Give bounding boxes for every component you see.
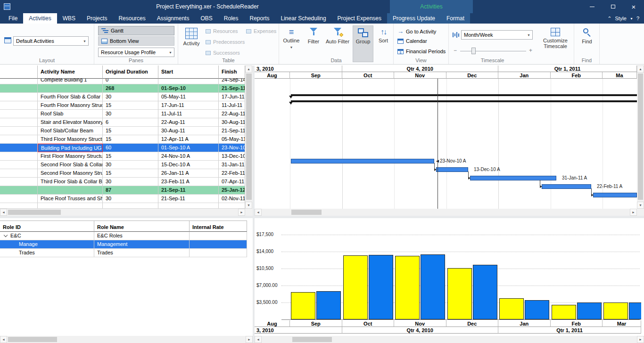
tab-reports[interactable]: Reports <box>244 13 275 24</box>
activity-row[interactable]: 26801-Sep-1021-Sep-11 <box>0 84 253 93</box>
activity-row[interactable]: Second Floor Slab & Collar Beam3015-Dec-… <box>0 161 253 169</box>
resources-table-button[interactable]: Resources <box>206 28 238 34</box>
auto-filter-button[interactable]: Auto Filter <box>324 25 351 62</box>
scroll-left-icon[interactable]: ◄ <box>255 209 262 216</box>
tab-obs[interactable]: OBS <box>195 13 218 24</box>
column-header-start[interactable]: Start <box>158 65 219 79</box>
timescale-slider-track[interactable] <box>460 51 526 51</box>
tab-resources[interactable]: Resources <box>113 13 151 24</box>
scroll-right-icon[interactable]: ► <box>637 336 644 343</box>
column-header-internal-rate[interactable]: Internal Rate <box>190 221 247 232</box>
bottom-view-toggle-button[interactable]: Bottom View <box>98 36 174 46</box>
scrollbar-thumb[interactable] <box>8 210 61 215</box>
expenses-table-button[interactable]: Expenses <box>246 28 276 34</box>
calendar-button[interactable]: Calendar <box>397 38 427 44</box>
timescale-slider-thumb[interactable] <box>471 48 476 54</box>
scroll-up-icon[interactable]: ▲ <box>245 65 252 73</box>
tab-file[interactable]: File <box>3 13 23 24</box>
scrollbar-thumb[interactable] <box>246 74 252 200</box>
activity-row[interactable]: Building Pad Including UG Utilities6001-… <box>0 144 253 152</box>
scroll-right-icon[interactable]: ► <box>630 209 637 216</box>
successors-table-button[interactable]: Successors <box>206 50 240 56</box>
activity-row[interactable]: 8721-Sep-1125-Jan-12 <box>0 186 253 195</box>
gantt-task-bar[interactable] <box>436 167 468 172</box>
help-button[interactable]: ? <box>636 16 639 21</box>
scroll-left-icon[interactable]: ◄ <box>0 336 7 343</box>
customize-timescale-button[interactable]: Customize Timescale <box>539 25 571 62</box>
outline-button[interactable]: ≡ Outline ▼ <box>280 25 303 62</box>
role-row[interactable]: ManageManagement <box>0 240 247 249</box>
tab-linear-scheduling[interactable]: Linear Scheduling <box>275 13 332 24</box>
scrollbar-thumb[interactable] <box>291 210 322 215</box>
column-header-original-duration[interactable]: Original Duration <box>103 65 158 79</box>
gantt-task-bar[interactable] <box>470 176 556 180</box>
gantt-summary-bar[interactable] <box>291 94 637 96</box>
gantt-task-bar[interactable] <box>593 193 637 197</box>
gantt-task-bar[interactable] <box>291 159 434 163</box>
scroll-left-icon[interactable]: ◄ <box>0 209 7 216</box>
tab-progress-update[interactable]: Progress Update <box>387 13 441 24</box>
group-button[interactable]: Group <box>353 25 373 62</box>
financial-periods-button[interactable]: $Financial Periods <box>397 49 446 54</box>
scroll-right-icon[interactable]: ► <box>246 336 253 343</box>
filter-button[interactable]: Filter <box>304 25 323 62</box>
activity-row[interactable]: Fourth Floor Slab & Collar Beam3005-May-… <box>0 93 253 101</box>
collapse-ribbon-icon[interactable]: ⌃ <box>607 16 611 22</box>
activity-row[interactable]: Third Floor Masonry Structure1512-Apr-11… <box>0 135 253 144</box>
activity-table-vertical-scrollbar[interactable]: ▲ ▼ <box>245 65 253 209</box>
gantt-toggle-button[interactable]: Gantt <box>98 26 174 35</box>
activity-row[interactable]: Second Floor Masonry Structure1526-Jan-1… <box>0 169 253 178</box>
tab-projects[interactable]: Projects <box>81 13 113 24</box>
histogram-horizontal-scrollbar[interactable]: ◄ ► <box>255 336 644 343</box>
minimize-button[interactable] <box>582 0 603 13</box>
predecessors-table-button[interactable]: Predecessors <box>206 39 245 45</box>
scrollbar-thumb[interactable] <box>8 337 57 342</box>
activity-row[interactable]: Fourth Floor Masonry Structure1517-Jun-1… <box>0 101 253 110</box>
gantt-horizontal-scrollbar[interactable]: ◄ ► <box>255 209 637 216</box>
timescale-combo[interactable]: Month/Week▼ <box>461 30 533 40</box>
role-row[interactable]: TradesTrades <box>0 249 247 257</box>
go-to-activity-button[interactable]: →Go to Activity <box>397 28 436 35</box>
activity-row[interactable]: Complete Building 1024-Sep-14 <box>0 79 253 84</box>
tab-wbs[interactable]: WBS <box>57 13 81 24</box>
activity-table-horizontal-scrollbar[interactable]: ◄ ► <box>0 209 245 216</box>
tab-assignments[interactable]: Assignments <box>151 13 195 24</box>
activity-row[interactable]: Roof Slab/Collar Beam1530-Aug-1121-Sep-1… <box>0 127 253 135</box>
activity-row[interactable]: Place Roof Trusses and Sheathing3021-Sep… <box>0 195 253 203</box>
roles-horizontal-scrollbar[interactable]: ◄ ► <box>0 336 253 343</box>
scrollbar-thumb[interactable] <box>638 74 643 200</box>
column-header-finish[interactable]: Finish <box>219 65 245 79</box>
tab-activities[interactable]: Activities <box>23 13 57 24</box>
gantt-summary-bar[interactable] <box>291 100 637 102</box>
activity-row[interactable]: Stair and Elevator Masonry622-Aug-1130-A… <box>0 118 253 127</box>
close-button[interactable]: × <box>623 0 644 13</box>
column-header-role-id[interactable]: Role ID <box>0 221 94 232</box>
zoom-out-button[interactable]: − <box>454 47 457 54</box>
column-header-activity-name[interactable]: Activity Name <box>38 65 103 79</box>
layout-combo[interactable]: Default Activities▼ <box>13 36 89 46</box>
scroll-right-icon[interactable]: ► <box>238 209 245 216</box>
style-button[interactable]: Style <box>615 16 626 21</box>
tab-project-expenses[interactable]: Project Expenses <box>332 13 387 24</box>
column-header-wbs[interactable] <box>0 65 38 79</box>
scroll-up-icon[interactable]: ▲ <box>637 65 644 73</box>
activity-table-button[interactable]: Activity <box>180 25 203 62</box>
scrollbar-thumb[interactable] <box>292 337 332 342</box>
gantt-vertical-scrollbar[interactable]: ▲ ▼ <box>637 65 644 209</box>
activity-row[interactable]: First Floor Masonry Structure1524-Nov-10… <box>0 152 253 161</box>
zoom-in-button[interactable]: + <box>529 47 532 54</box>
maximize-button[interactable] <box>603 0 623 13</box>
activity-row[interactable]: Roof Slab3011-Jul-1122-Aug-11 <box>0 110 253 118</box>
chevron-expanded-icon[interactable] <box>4 233 8 237</box>
find-button[interactable]: Find <box>577 25 597 62</box>
scroll-left-icon[interactable]: ◄ <box>255 336 262 343</box>
bottom-view-combo[interactable]: Resource Usage Profile▼ <box>98 48 174 57</box>
activity-row[interactable] <box>0 203 253 209</box>
column-header-role-name[interactable]: Role Name <box>94 221 190 232</box>
tab-format[interactable]: Format <box>441 13 470 24</box>
role-row[interactable]: E&CE&C Roles <box>0 232 247 240</box>
gantt-task-bar[interactable] <box>542 184 591 189</box>
tab-roles[interactable]: Roles <box>218 13 244 24</box>
scroll-down-icon[interactable]: ▼ <box>637 202 644 209</box>
scroll-down-icon[interactable]: ▼ <box>245 202 252 209</box>
